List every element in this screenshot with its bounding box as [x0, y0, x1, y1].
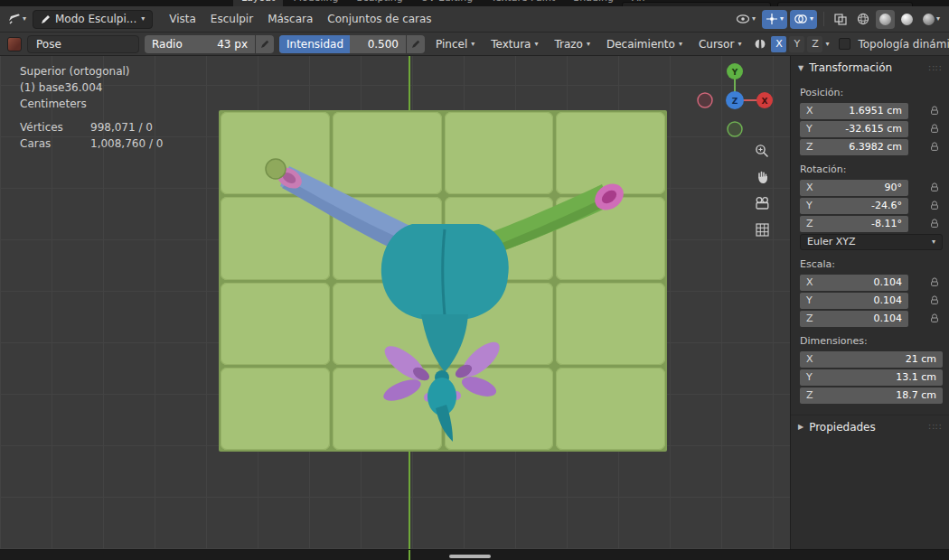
position-y-field[interactable]: Y -32.615 cm: [800, 121, 908, 137]
axis-label: Y: [806, 200, 813, 211]
scale-z-lock-button[interactable]: [926, 313, 943, 323]
shading-wireframe-button[interactable]: [853, 10, 873, 29]
menu-mascara[interactable]: Máscara: [260, 10, 320, 28]
workspace-tab-shading[interactable]: Shading: [565, 0, 622, 6]
axis-value: -32.615 cm: [845, 123, 902, 135]
navigation-gizmo[interactable]: Y X Z: [689, 56, 786, 145]
brush-selector-button[interactable]: Pose: [27, 35, 139, 53]
unit-label: Centimeters: [20, 96, 130, 112]
eye-icon: [736, 14, 750, 24]
scale-x-field[interactable]: X 0.104: [800, 275, 908, 291]
symmetry-y-button[interactable]: Y: [789, 36, 804, 52]
symmetry-z-button[interactable]: Z: [807, 36, 822, 52]
rotation-y-lock-button[interactable]: [926, 201, 943, 210]
axis-value: 1.6951 cm: [849, 105, 902, 117]
rotation-x-lock-button[interactable]: [926, 182, 943, 192]
rotation-z-lock-button[interactable]: [926, 219, 943, 229]
pan-button[interactable]: [752, 167, 772, 187]
axis-label: Y: [806, 123, 813, 135]
xray-toggle-button[interactable]: [831, 10, 850, 29]
dyntopo-checkbox[interactable]: [839, 38, 850, 50]
transform-panel-title: Transformación: [809, 61, 892, 74]
gizmos-toggle-button[interactable]: ▾: [762, 10, 787, 29]
triangle-open-icon: ▼: [798, 64, 803, 72]
radius-pressure-button[interactable]: [256, 35, 274, 53]
axis-label: Z: [806, 141, 813, 153]
position-y-lock-button[interactable]: [926, 124, 943, 134]
faces-value: 1,008,760 / 0: [90, 135, 163, 152]
panel-grip-icon[interactable]: ∷∷: [928, 422, 942, 432]
zoom-button[interactable]: [752, 141, 772, 161]
rotation-mode-dropdown[interactable]: Euler XYZ ▾: [800, 234, 943, 250]
menu-vista[interactable]: Vista: [162, 10, 203, 28]
workspace-tab-sculpting[interactable]: Sculpting: [348, 0, 410, 6]
axis-value: 0.104: [874, 294, 903, 306]
popover-pincel[interactable]: Pincel ▾: [430, 35, 480, 53]
position-z-field[interactable]: Z 6.3982 cm: [800, 139, 908, 155]
panel-header-properties[interactable]: ▶ Propiedades ∷∷: [791, 415, 949, 438]
panel-grip-icon[interactable]: ∷∷: [928, 63, 942, 73]
popover-trazo[interactable]: Trazo ▾: [549, 35, 596, 53]
overlays-toggle-button[interactable]: ▾: [790, 10, 817, 29]
axis-value: 6.3982 cm: [849, 141, 902, 153]
gizmo-axis-y-negative[interactable]: [728, 122, 742, 136]
chevron-down-icon: ▾: [738, 41, 741, 48]
axis-value: 90°: [885, 182, 903, 193]
chevron-down-icon: ▾: [534, 41, 538, 48]
visibility-dropdown-button[interactable]: ▾: [732, 10, 759, 29]
scale-y-field[interactable]: Y 0.104: [800, 293, 908, 309]
scale-y-lock-button[interactable]: [926, 295, 943, 305]
chevron-down-icon: ▾: [936, 15, 940, 23]
toggle-grid-button[interactable]: [752, 219, 772, 239]
rotation-section-label: Rotación:: [791, 156, 949, 179]
position-x-field[interactable]: X 1.6951 cm: [800, 103, 908, 119]
menu-esculpir[interactable]: Esculpir: [203, 10, 260, 28]
gizmo-axis-x-negative[interactable]: [698, 93, 712, 107]
workspace-tab-uv-editing[interactable]: UV Editing: [413, 0, 481, 6]
viewport-3d[interactable]: Superior (ortogonal) (1) base36.004 Cent…: [0, 56, 790, 549]
rotation-mode-value: Euler XYZ: [807, 236, 856, 247]
overlays-icon: [794, 14, 808, 24]
mode-selector-dropdown[interactable]: Modo Esculpi... ▾: [33, 10, 153, 29]
rotation-x-field[interactable]: X 90°: [800, 180, 908, 196]
dimensions-y-field[interactable]: Y 13.1 cm: [800, 369, 943, 386]
rotation-z-field[interactable]: Z -8.11°: [800, 216, 908, 232]
camera-view-button[interactable]: [752, 193, 772, 213]
workspace-tab-layout[interactable]: Layout: [233, 0, 283, 6]
axis-label: X: [806, 276, 813, 288]
position-x-lock-button[interactable]: [926, 106, 943, 116]
workspace-tabs-bar: Layout Modeling Sculpting UV Editing Tex…: [0, 0, 949, 6]
popover-decaimiento[interactable]: Decaimiento ▾: [601, 35, 688, 53]
position-z-lock-button[interactable]: [926, 142, 943, 152]
brush-thumbnail-icon[interactable]: [7, 37, 22, 51]
editor-type-button[interactable]: ▾: [5, 11, 29, 27]
symmetry-x-button[interactable]: X: [771, 36, 786, 52]
tool-settings-bar: Pose Radio 43 px Intensidad 0.500: [0, 33, 949, 56]
scale-x-lock-button[interactable]: [926, 277, 943, 287]
strength-pressure-button[interactable]: [407, 35, 425, 53]
menu-conjuntos-de-caras[interactable]: Conjuntos de caras: [320, 10, 438, 28]
shading-rendered-button[interactable]: ▾: [919, 10, 944, 29]
panel-header-transform[interactable]: ▼ Transformación ∷∷: [791, 56, 949, 79]
scale-z-field[interactable]: Z 0.104: [800, 311, 908, 327]
workspace-tab-modeling[interactable]: Modeling: [285, 0, 346, 6]
viewport-statistics: Vértices 998,071 / 0 Caras 1,008,760 / 0: [20, 119, 163, 152]
timeline-scrub-handle[interactable]: [449, 555, 491, 558]
xray-icon: [834, 14, 847, 25]
radius-slider[interactable]: Radio 43 px: [145, 35, 255, 53]
svg-text:Z: Z: [732, 97, 738, 106]
shading-solid-button[interactable]: [876, 10, 895, 29]
dimensions-z-field[interactable]: Z 18.7 cm: [800, 387, 943, 404]
strength-slider[interactable]: Intensidad 0.500: [279, 35, 406, 53]
chevron-down-icon[interactable]: ▾: [825, 41, 829, 48]
dimensions-x-field[interactable]: X 21 cm: [800, 351, 943, 368]
popover-textura[interactable]: Textura ▾: [485, 35, 543, 53]
viewport-tool-buttons: [752, 141, 772, 239]
rotation-y-field[interactable]: Y -24.6°: [800, 198, 908, 214]
viewport-overlay-info: Superior (ortogonal) (1) base36.004 Cent…: [20, 63, 130, 112]
y-axis-line: [409, 550, 410, 560]
shading-material-button[interactable]: [897, 10, 916, 29]
popover-cursor[interactable]: Cursor ▾: [693, 35, 747, 53]
workspace-tab-texture-paint[interactable]: Texture Paint: [483, 0, 563, 6]
popover-textura-label: Textura: [491, 38, 531, 51]
